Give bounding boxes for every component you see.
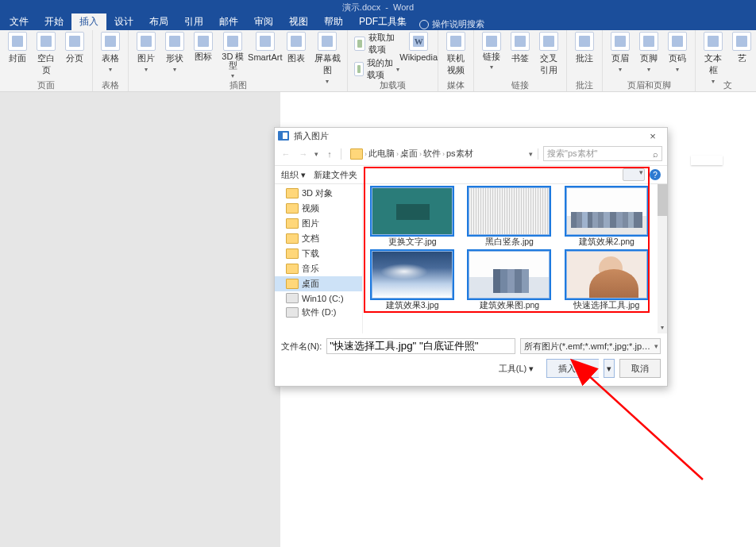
breadcrumb-dropdown[interactable]: ▾ — [529, 150, 533, 158]
screenshot-button[interactable]: 屏幕截图▾ — [314, 32, 341, 85]
title-bar: 演示.docx - Word — [0, 0, 756, 14]
shapes-icon — [165, 32, 184, 51]
bookmark-icon — [511, 32, 530, 51]
crumb-desktop[interactable]: 桌面 — [400, 148, 418, 160]
table-button[interactable]: 表格▾ — [99, 32, 122, 73]
tab-insert[interactable]: 插入 — [71, 13, 106, 30]
search-icon[interactable]: ⌕ — [653, 149, 658, 159]
cross-ref-button[interactable]: 交叉引用 — [538, 32, 560, 76]
drive-icon — [286, 307, 299, 318]
icons-button[interactable]: 图标 — [192, 32, 214, 61]
tab-help[interactable]: 帮助 — [316, 13, 351, 30]
smartart-button[interactable]: SmartArt — [252, 32, 279, 62]
ribbon-body: 封面 空白页 分页 页面 表格▾ 表格 图片▾ 形状▾ 图标 3D 模型▾ Sm… — [0, 30, 756, 92]
cover-page-button[interactable]: 封面 — [6, 32, 29, 64]
file-item[interactable]: 更换文字.jpg — [368, 187, 457, 246]
scroll-down-icon[interactable]: ▾ — [658, 324, 667, 333]
tab-view[interactable]: 视图 — [281, 13, 316, 30]
nav-history-dropdown[interactable]: ▾ — [314, 150, 318, 158]
new-folder-button[interactable]: 新建文件夹 — [314, 169, 357, 181]
bookmark-button[interactable]: 书签 — [509, 32, 531, 64]
3d-models-button[interactable]: 3D 模型▾ — [221, 32, 245, 80]
file-thumbnail — [372, 251, 453, 299]
file-list[interactable]: 更换文字.jpg 黑白竖条.jpg 建筑效果2.png 建筑效果3.jpg 建筑… — [363, 184, 667, 333]
file-item[interactable]: 建筑效果3.jpg — [368, 251, 457, 310]
tree-videos[interactable]: 视频 — [275, 201, 362, 216]
tab-home[interactable]: 开始 — [37, 13, 71, 30]
page-break-button[interactable]: 分页 — [64, 32, 86, 64]
scrollbar-thumb[interactable] — [658, 184, 667, 216]
tools-button[interactable]: 工具(L) ▾ — [499, 363, 534, 375]
file-item[interactable]: 快速选择工具.jpg — [562, 251, 651, 310]
nav-forward-button[interactable]: → — [297, 149, 310, 159]
tab-layout[interactable]: 布局 — [141, 13, 176, 30]
dialog-close-button[interactable]: × — [642, 130, 664, 142]
folder-icon — [286, 203, 299, 214]
tree-music[interactable]: 音乐 — [275, 261, 362, 276]
file-thumbnail — [566, 187, 647, 235]
insert-dropdown-button[interactable]: ▾ — [604, 359, 615, 378]
insert-picture-dialog: 插入图片 × ← → ▾ ↑ › 此电脑 › 桌面 › 软件 › ps素材 ▾ … — [274, 127, 668, 387]
file-item[interactable]: 黑白竖条.jpg — [465, 187, 554, 246]
wikipedia-button[interactable]: WWikipedia — [406, 32, 431, 62]
nav-up-button[interactable]: ↑ — [323, 149, 336, 159]
file-type-combo[interactable]: 所有图片(*.emf;*.wmf;*.jpg;*.jp… — [520, 338, 661, 354]
header-button[interactable]: 页眉▾ — [609, 32, 631, 73]
crumb-psmaterial[interactable]: ps素材 — [446, 148, 473, 160]
online-video-button[interactable]: 联机视频 — [445, 32, 467, 76]
table-icon — [101, 32, 120, 51]
my-addins-button[interactable]: 我的加载项▾ — [354, 57, 399, 81]
text-box-button[interactable]: 文本框▾ — [702, 32, 724, 85]
chart-button[interactable]: 图表 — [285, 32, 307, 64]
scrollbar[interactable]: ▴ ▾ — [658, 184, 667, 333]
crumb-software[interactable]: 软件 — [423, 148, 441, 160]
nav-back-button[interactable]: ← — [280, 149, 292, 159]
tab-references[interactable]: 引用 — [176, 13, 211, 30]
comment-button[interactable]: 批注 — [573, 32, 596, 64]
tree-desktop[interactable]: 桌面 — [275, 276, 362, 291]
file-name: 快速选择工具.jpg — [573, 300, 639, 310]
crumb-root[interactable]: 此电脑 — [368, 148, 395, 160]
file-item[interactable]: 建筑效果图.png — [465, 251, 554, 310]
footer-button[interactable]: 页脚▾ — [638, 32, 660, 73]
folder-icon — [286, 188, 299, 198]
tab-design[interactable]: 设计 — [106, 13, 141, 30]
tree-documents[interactable]: 文档 — [275, 231, 362, 246]
help-button[interactable]: ? — [650, 169, 661, 180]
tab-file[interactable]: 文件 — [2, 13, 37, 30]
tab-mailings[interactable]: 邮件 — [211, 13, 246, 30]
file-item[interactable]: 建筑效果2.png — [562, 187, 651, 246]
tab-review[interactable]: 审阅 — [246, 13, 281, 30]
tab-pdf[interactable]: PDF工具集 — [351, 13, 415, 30]
tree-drive-d[interactable]: 软件 (D:) — [275, 305, 362, 320]
link-button[interactable]: 链接▾ — [480, 32, 503, 71]
tree-drive-c[interactable]: Win10 (C:) — [275, 291, 362, 305]
file-thumbnail — [566, 251, 647, 299]
ribbon-tabs: 文件 开始 插入 设计 布局 引用 邮件 审阅 视图 帮助 PDF工具集 操作说… — [0, 14, 756, 30]
file-thumbnail — [372, 187, 453, 235]
page-icon — [8, 32, 27, 51]
file-name: 建筑效果3.jpg — [386, 300, 439, 310]
page-number-button[interactable]: 页码▾ — [666, 32, 688, 73]
blank-page-button[interactable]: 空白页 — [35, 32, 57, 76]
picture-button[interactable]: 图片▾ — [135, 32, 157, 73]
chart-icon — [287, 32, 306, 51]
store-icon — [354, 37, 364, 51]
tree-pictures[interactable]: 图片 — [275, 216, 362, 231]
get-addins-button[interactable]: 获取加载项 — [354, 32, 399, 56]
tell-me-search[interactable]: 操作说明搜索 — [419, 18, 484, 30]
shapes-button[interactable]: 形状▾ — [164, 32, 186, 73]
filename-input[interactable] — [326, 338, 515, 354]
view-options-button[interactable] — [623, 168, 645, 181]
tree-3d-objects[interactable]: 3D 对象 — [275, 186, 362, 201]
breadcrumb[interactable]: › 此电脑 › 桌面 › 软件 › ps素材 — [346, 145, 524, 162]
tree-downloads[interactable]: 下载 — [275, 246, 362, 261]
comment-icon — [575, 32, 594, 51]
insert-button[interactable]: 插入(S) — [546, 359, 599, 378]
organize-button[interactable]: 组织 ▾ — [281, 169, 306, 181]
wordart-button[interactable]: 艺 — [731, 32, 753, 64]
file-name: 建筑效果图.png — [480, 300, 539, 310]
dialog-app-icon — [278, 131, 289, 141]
search-input[interactable]: 搜索"ps素材" ⌕ — [543, 146, 662, 161]
cancel-button[interactable]: 取消 — [619, 359, 661, 378]
